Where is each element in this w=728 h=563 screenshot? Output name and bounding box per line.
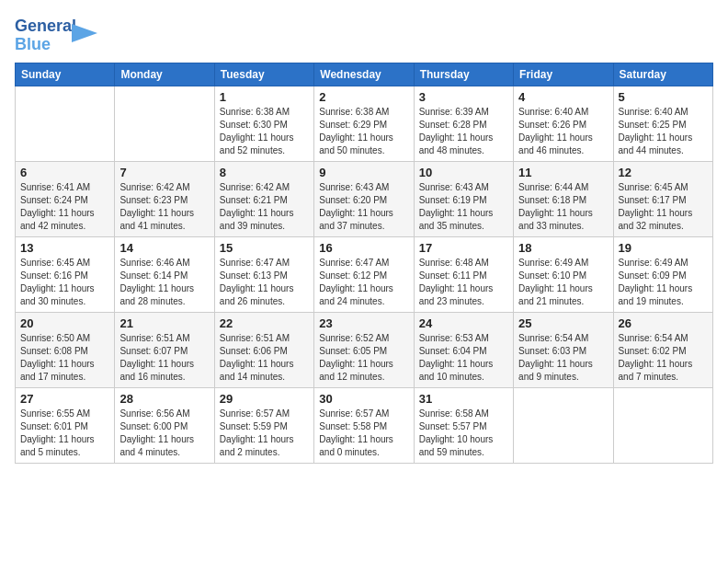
day-number: 30 [319, 392, 408, 406]
day-of-week-header: Tuesday [214, 63, 313, 86]
calendar-day-cell: 1Sunrise: 6:38 AM Sunset: 6:30 PM Daylig… [214, 86, 313, 162]
calendar-day-cell: 10Sunrise: 6:43 AM Sunset: 6:19 PM Dayli… [414, 162, 513, 237]
day-info: Sunrise: 6:51 AM Sunset: 6:06 PM Dayligh… [220, 332, 309, 384]
calendar-day-cell: 11Sunrise: 6:44 AM Sunset: 6:18 PM Dayli… [514, 162, 613, 237]
day-info: Sunrise: 6:40 AM Sunset: 6:25 PM Dayligh… [619, 106, 708, 157]
day-info: Sunrise: 6:39 AM Sunset: 6:28 PM Dayligh… [419, 106, 508, 157]
calendar-header-row: SundayMondayTuesdayWednesdayThursdayFrid… [16, 63, 713, 86]
day-info: Sunrise: 6:47 AM Sunset: 6:12 PM Dayligh… [319, 257, 408, 308]
day-info: Sunrise: 6:45 AM Sunset: 6:16 PM Dayligh… [20, 257, 109, 308]
calendar-day-cell [16, 86, 115, 162]
day-info: Sunrise: 6:45 AM Sunset: 6:17 PM Dayligh… [619, 181, 708, 233]
calendar-day-cell: 27Sunrise: 6:55 AM Sunset: 6:01 PM Dayli… [16, 388, 115, 464]
calendar-day-cell: 3Sunrise: 6:39 AM Sunset: 6:28 PM Daylig… [414, 86, 513, 162]
calendar-day-cell: 14Sunrise: 6:46 AM Sunset: 6:14 PM Dayli… [115, 237, 214, 313]
day-info: Sunrise: 6:46 AM Sunset: 6:14 PM Dayligh… [119, 257, 209, 308]
calendar-day-cell: 24Sunrise: 6:53 AM Sunset: 6:04 PM Dayli… [414, 313, 513, 388]
logo-svg: General Blue [15, 15, 97, 53]
day-info: Sunrise: 6:57 AM Sunset: 5:59 PM Dayligh… [220, 408, 309, 459]
calendar-day-cell: 9Sunrise: 6:43 AM Sunset: 6:20 PM Daylig… [314, 162, 414, 237]
day-number: 29 [220, 392, 309, 406]
svg-marker-1 [72, 24, 97, 42]
day-info: Sunrise: 6:54 AM Sunset: 6:03 PM Dayligh… [518, 332, 608, 384]
calendar-day-cell [514, 388, 613, 464]
day-info: Sunrise: 6:42 AM Sunset: 6:23 PM Dayligh… [119, 181, 209, 233]
day-info: Sunrise: 6:49 AM Sunset: 6:10 PM Dayligh… [518, 257, 608, 308]
day-number: 17 [419, 241, 508, 255]
calendar-day-cell: 31Sunrise: 6:58 AM Sunset: 5:57 PM Dayli… [414, 388, 513, 464]
calendar-day-cell: 23Sunrise: 6:52 AM Sunset: 6:05 PM Dayli… [314, 313, 414, 388]
header: General Blue [15, 15, 713, 53]
day-number: 27 [20, 392, 109, 406]
calendar-day-cell: 17Sunrise: 6:48 AM Sunset: 6:11 PM Dayli… [414, 237, 513, 313]
day-number: 10 [419, 166, 508, 179]
calendar-day-cell: 7Sunrise: 6:42 AM Sunset: 6:23 PM Daylig… [115, 162, 214, 237]
day-number: 15 [220, 241, 309, 255]
day-number: 1 [220, 90, 309, 104]
calendar-day-cell: 25Sunrise: 6:54 AM Sunset: 6:03 PM Dayli… [514, 313, 613, 388]
day-of-week-header: Monday [115, 63, 214, 86]
day-number: 8 [220, 166, 309, 179]
day-number: 26 [619, 316, 708, 330]
calendar-week-row: 20Sunrise: 6:50 AM Sunset: 6:08 PM Dayli… [16, 313, 713, 388]
day-info: Sunrise: 6:58 AM Sunset: 5:57 PM Dayligh… [419, 408, 508, 459]
day-number: 3 [419, 90, 508, 104]
calendar-day-cell: 8Sunrise: 6:42 AM Sunset: 6:21 PM Daylig… [214, 162, 313, 237]
calendar-day-cell: 26Sunrise: 6:54 AM Sunset: 6:02 PM Dayli… [613, 313, 712, 388]
calendar-day-cell: 19Sunrise: 6:49 AM Sunset: 6:09 PM Dayli… [613, 237, 712, 313]
day-info: Sunrise: 6:43 AM Sunset: 6:20 PM Dayligh… [319, 181, 408, 233]
calendar-day-cell [613, 388, 712, 464]
day-number: 11 [518, 166, 608, 179]
day-number: 2 [319, 90, 408, 104]
day-info: Sunrise: 6:49 AM Sunset: 6:09 PM Dayligh… [619, 257, 708, 308]
calendar-day-cell: 12Sunrise: 6:45 AM Sunset: 6:17 PM Dayli… [613, 162, 712, 237]
calendar-day-cell: 18Sunrise: 6:49 AM Sunset: 6:10 PM Dayli… [514, 237, 613, 313]
calendar-table: SundayMondayTuesdayWednesdayThursdayFrid… [15, 63, 713, 464]
day-of-week-header: Sunday [16, 63, 115, 86]
svg-text:Blue: Blue [15, 35, 51, 53]
day-number: 4 [518, 90, 608, 104]
day-number: 22 [220, 316, 309, 330]
day-of-week-header: Thursday [414, 63, 513, 86]
day-number: 14 [119, 241, 209, 255]
calendar-week-row: 6Sunrise: 6:41 AM Sunset: 6:24 PM Daylig… [16, 162, 713, 237]
day-number: 19 [619, 241, 708, 255]
day-info: Sunrise: 6:42 AM Sunset: 6:21 PM Dayligh… [220, 181, 309, 233]
day-of-week-header: Friday [514, 63, 613, 86]
day-number: 24 [419, 316, 508, 330]
day-number: 18 [518, 241, 608, 255]
calendar-day-cell: 28Sunrise: 6:56 AM Sunset: 6:00 PM Dayli… [115, 388, 214, 464]
calendar-day-cell: 30Sunrise: 6:57 AM Sunset: 5:58 PM Dayli… [314, 388, 414, 464]
day-info: Sunrise: 6:40 AM Sunset: 6:26 PM Dayligh… [518, 106, 608, 157]
calendar-day-cell: 5Sunrise: 6:40 AM Sunset: 6:25 PM Daylig… [613, 86, 712, 162]
day-info: Sunrise: 6:57 AM Sunset: 5:58 PM Dayligh… [319, 408, 408, 459]
calendar-day-cell: 20Sunrise: 6:50 AM Sunset: 6:08 PM Dayli… [16, 313, 115, 388]
day-number: 13 [20, 241, 109, 255]
day-number: 9 [319, 166, 408, 179]
calendar-week-row: 13Sunrise: 6:45 AM Sunset: 6:16 PM Dayli… [16, 237, 713, 313]
day-number: 12 [619, 166, 708, 179]
day-number: 25 [518, 316, 608, 330]
logo: General Blue [15, 15, 97, 53]
day-info: Sunrise: 6:54 AM Sunset: 6:02 PM Dayligh… [619, 332, 708, 384]
day-number: 6 [20, 166, 109, 179]
day-info: Sunrise: 6:44 AM Sunset: 6:18 PM Dayligh… [518, 181, 608, 233]
calendar-day-cell [115, 86, 214, 162]
day-info: Sunrise: 6:56 AM Sunset: 6:00 PM Dayligh… [119, 408, 209, 459]
day-info: Sunrise: 6:38 AM Sunset: 6:30 PM Dayligh… [220, 106, 309, 157]
calendar-day-cell: 21Sunrise: 6:51 AM Sunset: 6:07 PM Dayli… [115, 313, 214, 388]
calendar-day-cell: 6Sunrise: 6:41 AM Sunset: 6:24 PM Daylig… [16, 162, 115, 237]
day-info: Sunrise: 6:51 AM Sunset: 6:07 PM Dayligh… [119, 332, 209, 384]
svg-text:General: General [15, 17, 76, 35]
day-info: Sunrise: 6:48 AM Sunset: 6:11 PM Dayligh… [419, 257, 508, 308]
day-number: 16 [319, 241, 408, 255]
day-number: 23 [319, 316, 408, 330]
calendar-week-row: 1Sunrise: 6:38 AM Sunset: 6:30 PM Daylig… [16, 86, 713, 162]
day-info: Sunrise: 6:55 AM Sunset: 6:01 PM Dayligh… [20, 408, 109, 459]
page: General Blue SundayMondayTuesdayWednesda… [0, 0, 728, 563]
day-info: Sunrise: 6:52 AM Sunset: 6:05 PM Dayligh… [319, 332, 408, 384]
calendar-day-cell: 4Sunrise: 6:40 AM Sunset: 6:26 PM Daylig… [514, 86, 613, 162]
day-info: Sunrise: 6:41 AM Sunset: 6:24 PM Dayligh… [20, 181, 109, 233]
day-number: 21 [119, 316, 209, 330]
day-info: Sunrise: 6:53 AM Sunset: 6:04 PM Dayligh… [419, 332, 508, 384]
